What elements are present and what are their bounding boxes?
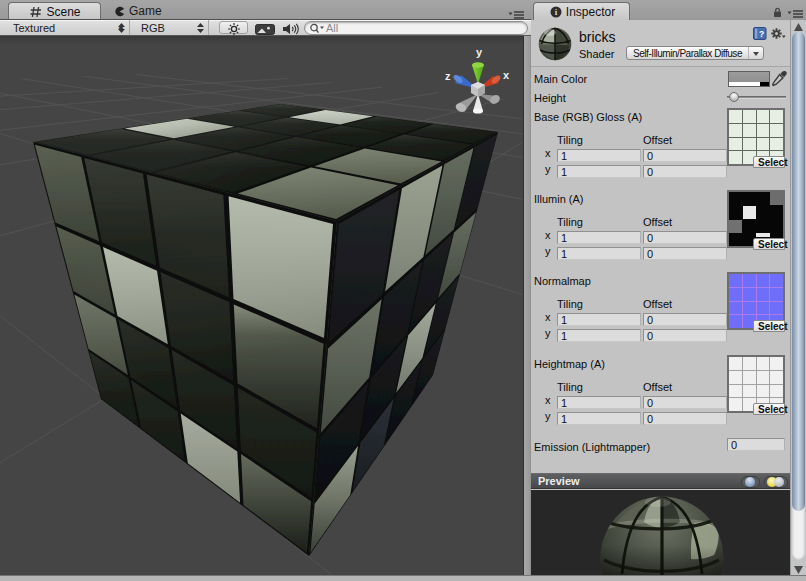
svg-text:x: x bbox=[503, 69, 510, 81]
svg-text:?: ? bbox=[759, 29, 764, 39]
svg-text:y: y bbox=[476, 46, 483, 58]
svg-text:z: z bbox=[445, 70, 451, 82]
